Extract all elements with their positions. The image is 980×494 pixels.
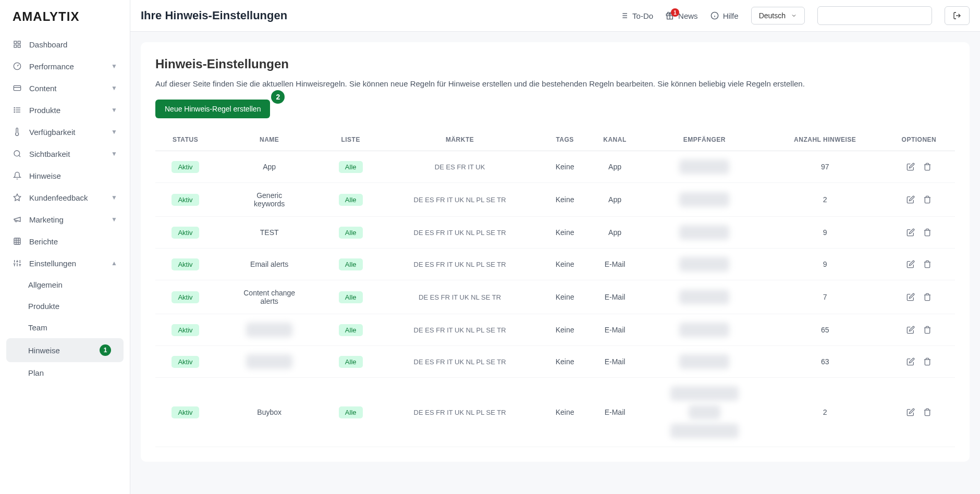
tags-cell: Keine [542, 378, 588, 447]
svg-point-11 [14, 109, 15, 110]
page-title: Ihre Hinweis-Einstellungen [141, 9, 607, 22]
sidebar-item-label: Kundenfeedback [29, 193, 111, 202]
th-status: STATUS [155, 129, 215, 151]
settings-card: Hinweis-Einstellungen Auf dieser Seite f… [141, 42, 970, 462]
markets-cell: DE ES FR IT UK NL PL SE TR [378, 314, 542, 346]
sidebar-item-label: Sichtbarkeit [29, 150, 111, 158]
gift-icon: 1 [666, 11, 674, 20]
tags-cell: Keine [542, 183, 588, 217]
card-description: Auf dieser Seite finden Sie die aktuelle… [155, 78, 955, 90]
blurred-recipient: xxx [689, 405, 720, 419]
status-badge: Aktiv [172, 194, 199, 206]
todo-label: To-Do [632, 11, 653, 20]
trash-icon[interactable] [923, 326, 932, 334]
channel-cell: E-Mail [588, 346, 642, 378]
edit-icon[interactable] [906, 357, 915, 366]
sidebar-subitem-allgemein[interactable]: Allgemein [0, 274, 130, 295]
edit-icon[interactable] [906, 293, 915, 301]
list-badge: Alle [339, 291, 363, 303]
sidebar-item-marketing[interactable]: Marketing ▼ [0, 208, 130, 230]
trash-icon[interactable] [923, 357, 932, 366]
chevron-down-icon: ▼ [111, 128, 117, 135]
card-title: Hinweis-Einstellungen [155, 57, 955, 71]
sidebar-item-produkte[interactable]: Produkte ▼ [0, 99, 130, 121]
th-channel: KANAL [588, 129, 642, 151]
sidebar-item-label: Einstellungen [29, 259, 111, 268]
bell-icon [13, 171, 22, 180]
sidebar-item-label: Dashboard [29, 40, 117, 49]
sidebar-badge: 1 [100, 344, 111, 356]
trash-icon[interactable] [923, 228, 932, 237]
table-row: Aktiv Content change alerts Alle DE ES F… [155, 280, 955, 314]
svg-rect-5 [14, 85, 20, 90]
edit-icon[interactable] [906, 163, 915, 171]
edit-icon[interactable] [906, 326, 915, 334]
sidebar-item-verfügbarkeit[interactable]: Verfügbarkeit ▼ [0, 121, 130, 143]
svg-marker-15 [14, 194, 20, 201]
news-link[interactable]: 1 News [666, 11, 698, 20]
count-cell: 2 [767, 183, 883, 217]
edit-icon[interactable] [906, 228, 915, 237]
sidebar-item-sichtbarkeit[interactable]: Sichtbarkeit ▼ [0, 143, 130, 165]
language-select[interactable]: Deutsch [751, 7, 805, 24]
sidebar-item-performance[interactable]: Performance ▼ [0, 55, 130, 77]
sidebar: AMALYTIX Dashboard Performance ▼ Content… [0, 0, 130, 494]
blurred-recipient: xxxxxxxx [679, 354, 729, 369]
sidebar-item-label: Verfügbarkeit [29, 128, 111, 137]
status-badge: Aktiv [172, 291, 199, 303]
sidebar-item-content[interactable]: Content ▼ [0, 77, 130, 99]
sidebar-subitem-label: Team [28, 323, 117, 332]
count-cell: 97 [767, 151, 883, 183]
edit-icon[interactable] [906, 195, 915, 204]
blurred-recipient: xxxxxxxx [679, 225, 729, 240]
logout-button[interactable] [945, 6, 970, 25]
trash-icon[interactable] [923, 260, 932, 268]
markets-cell: DE ES FR IT UK NL PL SE TR [378, 249, 542, 280]
search-input[interactable] [817, 6, 932, 25]
trash-icon[interactable] [923, 195, 932, 204]
list-badge: Alle [339, 406, 363, 418]
list-badge: Alle [339, 356, 363, 368]
trash-icon[interactable] [923, 408, 932, 416]
svg-line-14 [19, 155, 20, 157]
tags-cell: Keine [542, 217, 588, 249]
sidebar-item-dashboard[interactable]: Dashboard [0, 33, 130, 55]
count-cell: 7 [767, 280, 883, 314]
search-icon [13, 149, 22, 158]
news-badge: 1 [671, 8, 679, 17]
megaphone-icon [13, 215, 22, 224]
logout-icon [953, 11, 961, 20]
sidebar-item-einstellungen[interactable]: Einstellungen ▲ [0, 252, 130, 274]
count-cell: 9 [767, 249, 883, 280]
rules-table: STATUS NAME LISTE MÄRKTE TAGS KANAL EMPF… [155, 129, 955, 447]
channel-cell: E-Mail [588, 378, 642, 447]
th-recipients: EMPFÄNGER [642, 129, 767, 151]
sidebar-item-label: Content [29, 84, 111, 93]
trash-icon[interactable] [923, 163, 932, 171]
help-link[interactable]: Hilfe [710, 11, 739, 20]
todo-link[interactable]: To-Do [620, 11, 653, 20]
tags-cell: Keine [542, 280, 588, 314]
new-rule-button[interactable]: Neue Hinweis-Regel erstellen [155, 100, 270, 118]
nav: Dashboard Performance ▼ Content ▼ Produk… [0, 33, 130, 494]
sidebar-item-kundenfeedback[interactable]: Kundenfeedback ▼ [0, 187, 130, 208]
sidebar-subitem-label: Allgemein [28, 280, 117, 289]
blurred-recipient: xxxxxxxxxxxxx [670, 424, 739, 438]
sidebar-subitem-produkte[interactable]: Produkte [0, 295, 130, 317]
tags-cell: Keine [542, 346, 588, 378]
sidebar-item-label: Produkte [29, 106, 111, 115]
sidebar-subitem-hinweise[interactable]: Hinweise 1 [6, 338, 124, 362]
sidebar-subitem-team[interactable]: Team [0, 317, 130, 338]
svg-point-13 [14, 151, 20, 156]
rule-name: Buybox [241, 408, 298, 416]
table-row: Aktiv App Alle DE ES FR IT UK Keine App … [155, 151, 955, 183]
chevron-down-icon [791, 13, 797, 19]
step-badge: 2 [271, 90, 285, 104]
sidebar-item-hinweise[interactable]: Hinweise [0, 165, 130, 187]
edit-icon[interactable] [906, 408, 915, 416]
edit-icon[interactable] [906, 260, 915, 268]
sidebar-subitem-plan[interactable]: Plan [0, 362, 130, 384]
trash-icon[interactable] [923, 293, 932, 301]
grid-icon [13, 237, 22, 246]
sidebar-item-berichte[interactable]: Berichte [0, 230, 130, 252]
